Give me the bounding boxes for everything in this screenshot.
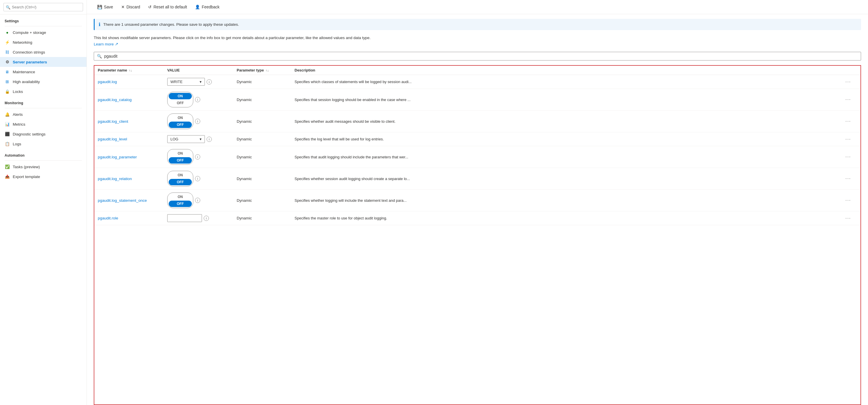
sidebar-item-high-availability[interactable]: ⊞ High availability	[0, 77, 87, 87]
param-toggle-off[interactable]: OFF	[169, 179, 192, 185]
param-search-icon: 🔍	[97, 54, 102, 58]
param-name-cell[interactable]: pgaudit.log_catalog	[98, 97, 167, 102]
banner-info-icon: ℹ	[99, 22, 100, 27]
param-toggle-on[interactable]: ON	[169, 93, 192, 99]
param-name-cell[interactable]: pgaudit.log_client	[98, 119, 167, 124]
col-parameter-name-sort[interactable]: ↑↓	[129, 68, 132, 72]
param-value-cell: WRITE▾i	[167, 78, 237, 86]
parameter-search-input[interactable]	[104, 54, 858, 58]
sidebar-section-label: Settings	[0, 15, 87, 25]
feedback-button[interactable]: 👤 Feedback	[191, 3, 223, 11]
sidebar-item-diagnostic-settings[interactable]: ⬛ Diagnostic settings	[0, 129, 87, 139]
sidebar-item-export-template[interactable]: 📤 Export template	[0, 172, 87, 181]
param-text-input[interactable]	[167, 214, 202, 222]
param-actions-cell[interactable]: ···	[845, 154, 857, 160]
table-row: pgaudit.roleiDynamicSpecifies the master…	[94, 211, 861, 225]
param-name-cell[interactable]: pgaudit.log_level	[98, 137, 167, 141]
param-actions-cell[interactable]: ···	[845, 176, 857, 181]
sidebar-item-connection-strings[interactable]: ⛓ Connection strings	[0, 47, 87, 57]
param-type-cell: Dynamic	[237, 155, 294, 159]
sidebar-item-label: Tasks (preview)	[13, 165, 40, 169]
param-toggle-on[interactable]: ON	[169, 194, 192, 200]
parameter-search-bar: 🔍	[94, 52, 861, 60]
sidebar-item-label: Compute + storage	[13, 30, 46, 35]
param-actions-cell[interactable]: ···	[845, 198, 857, 203]
param-toggle-on[interactable]: ON	[169, 150, 192, 156]
param-info-button[interactable]: i	[204, 216, 209, 221]
param-info-button[interactable]: i	[195, 198, 200, 203]
description-text: This list shows modifiable server parame…	[94, 36, 371, 40]
feedback-icon: 👤	[195, 5, 200, 9]
dropdown-value: LOG	[170, 137, 178, 141]
col-parameter-type-sort[interactable]: ↑↓	[266, 68, 269, 72]
param-type-cell: Dynamic	[237, 137, 294, 141]
param-actions-cell[interactable]: ···	[845, 97, 857, 102]
sidebar-item-locks[interactable]: 🔒 Locks	[0, 87, 87, 96]
param-value-cell: ONOFFi	[167, 149, 237, 165]
param-info-button[interactable]: i	[195, 119, 200, 124]
sidebar-item-compute-storage[interactable]: ● Compute + storage	[0, 28, 87, 37]
param-actions-cell[interactable]: ···	[845, 119, 857, 124]
param-name-cell[interactable]: pgaudit.log_relation	[98, 177, 167, 181]
param-name-cell[interactable]: pgaudit.role	[98, 216, 167, 220]
param-toggle-off[interactable]: OFF	[169, 157, 192, 164]
param-value-cell: ONOFFi	[167, 171, 237, 186]
param-name-cell[interactable]: pgaudit.log_statement_once	[98, 198, 167, 203]
param-toggle-off[interactable]: OFF	[169, 100, 192, 106]
param-info-button[interactable]: i	[195, 176, 200, 181]
param-toggle-on[interactable]: ON	[169, 115, 192, 121]
maintenance-icon: 🖥	[5, 69, 10, 75]
param-info-button[interactable]: i	[195, 97, 200, 102]
sidebar-item-label: Networking	[13, 40, 32, 45]
param-type-cell: Dynamic	[237, 216, 294, 220]
param-dropdown[interactable]: LOG▾	[167, 135, 205, 143]
param-toggle-group: ONOFF	[167, 92, 193, 107]
param-toggle-off[interactable]: OFF	[169, 201, 192, 207]
reset-button[interactable]: ↺ Reset all to default	[145, 3, 190, 11]
banner-message: There are 1 unsaved parameter changes. P…	[103, 22, 239, 27]
sidebar-item-tasks-preview[interactable]: ✅ Tasks (preview)	[0, 162, 87, 172]
param-info-button[interactable]: i	[207, 137, 212, 142]
sidebar-item-alerts[interactable]: 🔔 Alerts	[0, 110, 87, 119]
param-dropdown[interactable]: WRITE▾	[167, 78, 205, 86]
param-description-cell: Specifies whether audit messages should …	[294, 119, 845, 124]
param-actions-cell[interactable]: ···	[845, 79, 857, 85]
save-button[interactable]: 💾 Save	[94, 3, 117, 11]
param-actions-cell[interactable]: ···	[845, 137, 857, 142]
network-icon: ⚡	[5, 40, 10, 45]
sidebar-section-label: Automation	[0, 149, 87, 159]
discard-button[interactable]: ✕ Discard	[118, 3, 144, 11]
param-description-cell: Specifies the master role to use for obj…	[294, 216, 845, 220]
table-row: pgaudit.log_levelLOG▾iDynamicSpecifies t…	[94, 132, 861, 146]
sidebar-item-networking[interactable]: ⚡ Networking	[0, 37, 87, 47]
description-area: This list shows modifiable server parame…	[87, 30, 868, 50]
param-description-cell: Specifies the log level that will be use…	[294, 137, 845, 141]
sidebar-item-label: Maintenance	[13, 70, 35, 74]
param-description-cell: Specifies that session logging should be…	[294, 97, 845, 102]
conn-icon: ⛓	[5, 50, 10, 55]
dropdown-value: WRITE	[170, 80, 183, 84]
param-name-cell[interactable]: pgaudit.log_parameter	[98, 155, 167, 159]
sidebar-item-maintenance[interactable]: 🖥 Maintenance	[0, 67, 87, 77]
feedback-label: Feedback	[202, 5, 219, 9]
sidebar-search-input[interactable]	[3, 3, 83, 11]
param-value-cell: LOG▾i	[167, 135, 237, 143]
param-toggle-on[interactable]: ON	[169, 172, 192, 178]
param-name-cell[interactable]: pgaudit.log	[98, 80, 167, 84]
learn-more-text: Learn more	[94, 41, 114, 48]
param-info-button[interactable]: i	[195, 154, 200, 160]
table-row: pgaudit.log_catalogONOFFiDynamicSpecifie…	[94, 89, 861, 111]
param-info-button[interactable]: i	[207, 79, 212, 85]
reset-label: Reset all to default	[153, 5, 187, 9]
sidebar-item-metrics[interactable]: 📊 Metrics	[0, 119, 87, 129]
chevron-down-icon: ▾	[199, 137, 202, 141]
sidebar-item-logs[interactable]: 📋 Logs	[0, 139, 87, 149]
compute-icon: ●	[5, 30, 10, 35]
chevron-down-icon: ▾	[199, 80, 202, 84]
param-toggle-off[interactable]: OFF	[169, 122, 192, 128]
param-value-cell: i	[167, 214, 237, 222]
sidebar-item-server-parameters[interactable]: ⚙ Server parameters	[0, 57, 87, 67]
param-description-cell: Specifies that audit logging should incl…	[294, 155, 845, 159]
learn-more-link[interactable]: Learn more ↗	[94, 41, 118, 48]
param-actions-cell[interactable]: ···	[845, 216, 857, 221]
